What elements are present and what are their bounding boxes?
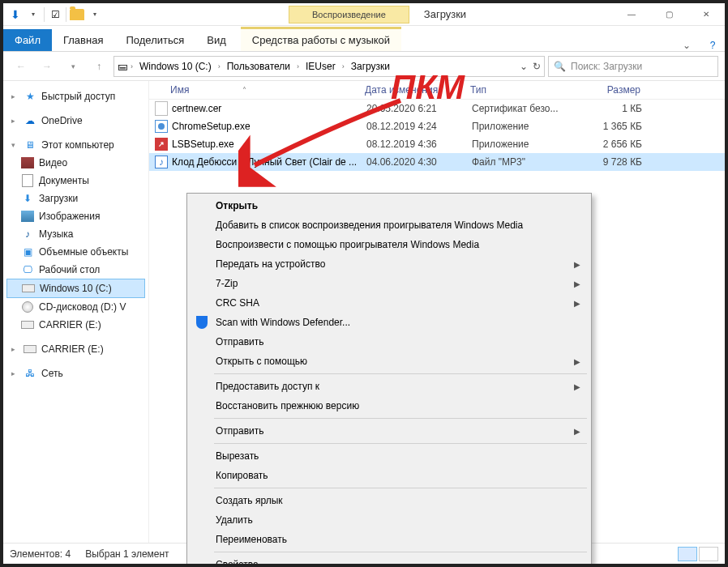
pin-icon[interactable]: ⬇: [8, 7, 23, 22]
breadcrumb-item[interactable]: IEUser: [302, 61, 339, 72]
refresh-icon[interactable]: ↻: [533, 61, 541, 72]
sidebar-onedrive[interactable]: ▸☁OneDrive: [6, 112, 145, 130]
search-input[interactable]: 🔍 Поиск: Загрузки: [548, 56, 718, 77]
ribbon: Файл Главная Поделиться Вид Средства раб…: [3, 26, 725, 52]
submenu-arrow-icon: ▶: [574, 279, 580, 288]
submenu-arrow-icon: ▶: [574, 299, 580, 308]
status-selected-count: Выбран 1 элемент: [85, 548, 169, 560]
column-size[interactable]: Размер: [576, 84, 649, 96]
menu-play-with-wmp[interactable]: Воспроизвести с помощью проигрывателя Wi…: [190, 235, 589, 254]
exe-icon: [154, 119, 169, 134]
menu-copy[interactable]: Копировать: [190, 466, 589, 485]
tab-share[interactable]: Поделиться: [114, 29, 195, 51]
menu-delete[interactable]: Удалить: [190, 510, 589, 530]
folder-icon: [70, 7, 84, 22]
column-type[interactable]: Тип: [470, 84, 576, 96]
menu-separator: [214, 552, 587, 552]
close-button[interactable]: ✕: [687, 3, 725, 26]
file-row-selected[interactable]: ♪ Клод Дебюсси – Лунный Свет (Clair de .…: [149, 153, 725, 171]
breadcrumb-item[interactable]: Загрузки: [348, 61, 393, 72]
column-headers[interactable]: Имя˄ Дата изменения Тип Размер: [149, 81, 725, 100]
menu-open[interactable]: Открыть: [190, 196, 589, 215]
sidebar-item-downloads[interactable]: ⬇Загрузки: [6, 190, 145, 207]
title-bar: ⬇ ▾ ☑ ▾ Воспроизведение Загрузки — ▢ ✕: [3, 3, 725, 26]
sidebar-item-3d[interactable]: ▣Объемные объекты: [6, 243, 145, 261]
forward-button[interactable]: →: [36, 55, 58, 78]
contextual-tab-header: Воспроизведение: [289, 6, 409, 23]
file-tab[interactable]: Файл: [3, 29, 52, 51]
sidebar-item-music[interactable]: ♪Музыка: [6, 225, 145, 243]
menu-send[interactable]: Отправить: [190, 332, 589, 352]
help-icon[interactable]: ?: [700, 40, 725, 51]
sidebar-item-desktop[interactable]: 🖵Рабочий стол: [6, 261, 145, 279]
sidebar-item-videos[interactable]: Видео: [6, 154, 145, 172]
sidebar-item-documents[interactable]: Документы: [6, 172, 145, 190]
menu-separator: [214, 488, 587, 488]
file-row[interactable]: ↗ LSBSetup.exe 08.12.2019 4:36 Приложени…: [149, 135, 725, 153]
breadcrumb-item[interactable]: Пользователи: [224, 61, 293, 72]
quick-access-toolbar: ⬇ ▾ ☑ ▾: [3, 7, 102, 22]
sort-indicator-icon: ˄: [242, 86, 246, 95]
address-bar[interactable]: 🖴 › Windows 10 (C:) › Пользователи › IEU…: [113, 56, 545, 77]
menu-separator: [214, 418, 587, 419]
breadcrumb-item[interactable]: Windows 10 (C:): [136, 61, 215, 72]
minimize-button[interactable]: —: [613, 3, 650, 26]
view-icons-button[interactable]: [699, 547, 718, 561]
maximize-button[interactable]: ▢: [650, 3, 687, 26]
menu-restore-version[interactable]: Восстановить прежнюю версию: [190, 396, 589, 416]
properties-icon[interactable]: ☑: [48, 7, 62, 22]
menu-crc-sha[interactable]: CRC SHA▶: [190, 293, 589, 313]
status-item-count: Элементов: 4: [10, 548, 71, 560]
tab-view[interactable]: Вид: [195, 29, 238, 51]
sidebar-carrier-root[interactable]: ▸CARRIER (E:): [6, 340, 145, 358]
mp3-icon: ♪: [154, 155, 169, 169]
menu-cast-to-device[interactable]: Передать на устройство▶: [190, 254, 589, 274]
menu-add-to-wmp-playlist[interactable]: Добавить в список воспроизведения проигр…: [190, 215, 589, 235]
defender-icon: [195, 315, 209, 330]
sidebar-item-drive-c[interactable]: Windows 10 (C:): [6, 279, 145, 298]
submenu-arrow-icon: ▶: [574, 260, 580, 269]
address-dropdown-icon[interactable]: ⌄: [520, 61, 528, 72]
sidebar-item-carrier-e[interactable]: CARRIER (E:): [6, 316, 145, 334]
sidebar-item-cd-drive[interactable]: CD-дисковод (D:) V: [6, 298, 145, 316]
column-date[interactable]: Дата изменения: [365, 84, 470, 96]
drive-icon: 🖴: [118, 61, 127, 72]
up-button[interactable]: ↑: [88, 55, 110, 78]
chevron-right-icon[interactable]: ›: [295, 62, 301, 70]
submenu-arrow-icon: ▶: [574, 382, 580, 391]
separator: [66, 7, 66, 22]
installer-icon: ↗: [154, 137, 169, 151]
tab-home[interactable]: Главная: [52, 29, 114, 51]
back-button[interactable]: ←: [10, 55, 32, 78]
menu-properties[interactable]: Свойства: [190, 555, 589, 567]
sidebar-quick-access[interactable]: ▸★Быстрый доступ: [6, 87, 145, 105]
folder-dropdown[interactable]: ▾: [88, 7, 102, 22]
chevron-right-icon[interactable]: ›: [216, 62, 222, 70]
file-row[interactable]: certnew.cer 20.05.2020 6:21 Сертификат б…: [149, 100, 725, 117]
tab-music-tools[interactable]: Средства работы с музыкой: [241, 27, 401, 51]
chevron-right-icon[interactable]: ›: [340, 62, 346, 70]
menu-7zip[interactable]: 7-Zip▶: [190, 274, 589, 293]
menu-give-access[interactable]: Предоставить доступ к▶: [190, 377, 589, 396]
ribbon-expand-icon[interactable]: ⌄: [673, 40, 700, 51]
certificate-icon: [154, 101, 169, 116]
qat-dropdown[interactable]: ▾: [26, 7, 41, 22]
menu-cut[interactable]: Вырезать: [190, 446, 589, 466]
chevron-right-icon[interactable]: ›: [129, 62, 135, 70]
menu-send-to[interactable]: Отправить▶: [190, 421, 589, 441]
menu-rename[interactable]: Переименовать: [190, 530, 589, 549]
context-menu: Открыть Добавить в список воспроизведени…: [186, 193, 592, 567]
separator: [44, 7, 45, 22]
menu-separator: [214, 443, 587, 444]
file-row[interactable]: ChromeSetup.exe 08.12.2019 4:24 Приложен…: [149, 117, 725, 135]
history-dropdown[interactable]: ▾: [62, 55, 84, 78]
menu-scan-defender[interactable]: Scan with Windows Defender...: [190, 313, 589, 332]
menu-create-shortcut[interactable]: Создать ярлык: [190, 491, 589, 510]
submenu-arrow-icon: ▶: [574, 427, 580, 436]
menu-open-with[interactable]: Открыть с помощью▶: [190, 352, 589, 371]
view-details-button[interactable]: [678, 547, 697, 561]
sidebar-this-pc[interactable]: ▾🖥Этот компьютер: [6, 136, 145, 154]
column-name[interactable]: Имя: [170, 84, 189, 96]
sidebar-item-pictures[interactable]: Изображения: [6, 207, 145, 225]
sidebar-network[interactable]: ▸🖧Сеть: [6, 364, 145, 382]
